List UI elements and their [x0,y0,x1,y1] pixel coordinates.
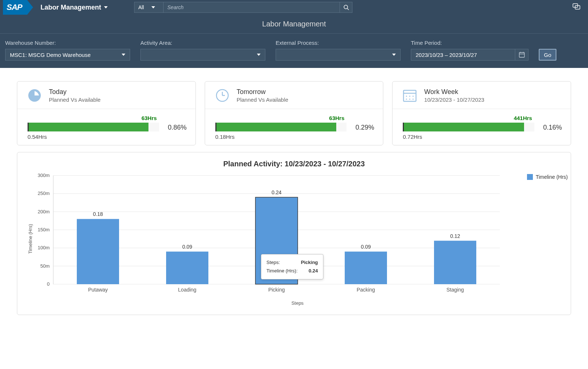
kpi-subtitle: Planned Vs Available [49,97,101,103]
search-scope-label: All [138,4,144,10]
chevron-down-icon [104,6,108,8]
chat-icon [573,3,581,11]
svg-point-0 [344,5,348,9]
search-button[interactable] [340,2,352,13]
warehouse-value: MSC1: MSCG Demo Warehouse [10,52,91,58]
svg-text:0: 0 [47,281,50,287]
svg-rect-34 [77,219,119,284]
filter-label: External Process: [276,40,401,46]
kpi-percentage: 0.29% [355,124,374,131]
filter-label: Time Period: [411,40,528,46]
chart-tooltip: Steps: Picking Timeline (Hrs): 0.24 [261,254,323,279]
chart-x-axis-label: Steps [33,300,562,306]
app-title-label: Labor Management [40,4,101,11]
chart-y-axis-label: Timeline (Hrs) [26,172,33,306]
kpi-top-label: 441Hrs [403,115,532,121]
svg-rect-37 [166,252,208,284]
period-input[interactable] [411,49,515,61]
chart-title: Planned Activity: 10/23/2023 - 10/27/202… [26,160,562,168]
svg-rect-4 [519,53,524,57]
filter-external: External Process: [276,40,401,61]
chevron-down-icon [122,54,125,56]
search-scope-dropdown[interactable]: All [134,2,164,13]
external-dropdown[interactable] [276,49,401,61]
kpi-progress-bar [403,123,534,131]
filter-label: Warehouse Number: [5,40,130,46]
svg-text:0.09: 0.09 [361,244,371,250]
svg-point-16 [413,95,414,97]
legend-swatch [527,174,533,180]
calendar-button[interactable] [515,49,528,61]
kpi-title: Tomorrow [237,88,288,96]
kpi-bottom-label: 0.54Hrs [28,134,159,140]
kpi-subtitle: 10/23/2023 - 10/27/2023 [424,97,484,103]
kpi-bar-fill [216,123,336,131]
top-header: SAP Labor Management All [0,0,588,15]
search-group: All [134,2,352,13]
svg-text:200m: 200m [37,209,50,214]
svg-point-17 [406,98,407,100]
svg-text:Picking: Picking [268,287,285,293]
chat-button[interactable] [573,3,581,12]
chart-legend: Timeline (Hrs) [527,174,568,180]
svg-rect-43 [345,252,387,284]
filter-warehouse: Warehouse Number: MSC1: MSCG Demo Wareho… [5,40,130,61]
tooltip-value: Picking [301,258,318,267]
kpi-card-tomorrow: Tomorrow Planned Vs Available 63Hrs 0.18… [205,81,384,145]
kpi-title: Work Week [424,88,484,96]
svg-text:0.18: 0.18 [93,211,103,217]
activity-dropdown[interactable] [140,49,265,61]
tooltip-value: 0.24 [309,267,318,275]
content-area: Today Planned Vs Available 63Hrs 0.54Hrs… [0,68,588,322]
chevron-down-icon [392,54,396,56]
svg-text:50m: 50m [40,263,50,269]
page-title: Labor Management [0,15,588,34]
svg-text:Packing: Packing [357,287,375,293]
filter-activity: Activity Area: [140,40,265,61]
svg-point-14 [406,95,407,97]
tooltip-label: Timeline (Hrs): [266,267,298,275]
svg-point-18 [409,98,410,100]
filter-bar: Warehouse Number: MSC1: MSCG Demo Wareho… [0,34,588,68]
chevron-down-icon [257,54,261,56]
kpi-title: Today [49,88,101,96]
legend-label: Timeline (Hrs) [536,174,568,180]
kpi-row: Today Planned Vs Available 63Hrs 0.54Hrs… [17,81,571,145]
svg-text:0.12: 0.12 [450,233,460,239]
chevron-down-icon [151,6,155,8]
warehouse-dropdown[interactable]: MSC1: MSCG Demo Warehouse [5,49,130,61]
kpi-card-workweek: Work Week 10/23/2023 - 10/27/2023 441Hrs… [392,81,571,145]
svg-text:0.09: 0.09 [182,244,192,250]
svg-text:0.24: 0.24 [272,189,282,195]
sap-logo: SAP [3,0,27,15]
clock-icon [28,88,42,102]
svg-text:Putaway: Putaway [88,287,108,293]
kpi-bar-fill [404,123,524,131]
kpi-percentage: 0.86% [168,124,187,131]
filter-label: Activity Area: [140,40,265,46]
svg-text:Loading: Loading [178,287,197,293]
svg-text:Staging: Staging [447,287,464,293]
svg-point-15 [409,95,410,97]
filter-period: Time Period: [411,40,528,61]
kpi-bottom-label: 0.72Hrs [403,134,534,140]
app-title-dropdown[interactable]: Labor Management [40,4,108,11]
kpi-percentage: 0.16% [543,124,562,131]
kpi-bar-fill [29,123,148,131]
svg-line-1 [347,8,349,10]
svg-rect-46 [434,241,476,284]
kpi-top-label: 63Hrs [215,115,345,121]
kpi-top-label: 63Hrs [28,115,157,121]
go-button[interactable]: Go [539,49,556,61]
kpi-bottom-label: 0.18Hrs [215,134,347,140]
svg-text:100m: 100m [37,245,50,250]
chart-card: Planned Activity: 10/23/2023 - 10/27/202… [17,152,571,315]
kpi-subtitle: Planned Vs Available [237,97,288,103]
tooltip-label: Steps: [266,258,280,267]
calendar-week-icon [403,88,417,102]
search-input[interactable] [164,2,340,13]
calendar-icon [519,52,525,58]
clock-outline-icon [215,88,229,102]
svg-text:300m: 300m [37,173,50,178]
svg-point-19 [413,98,414,100]
